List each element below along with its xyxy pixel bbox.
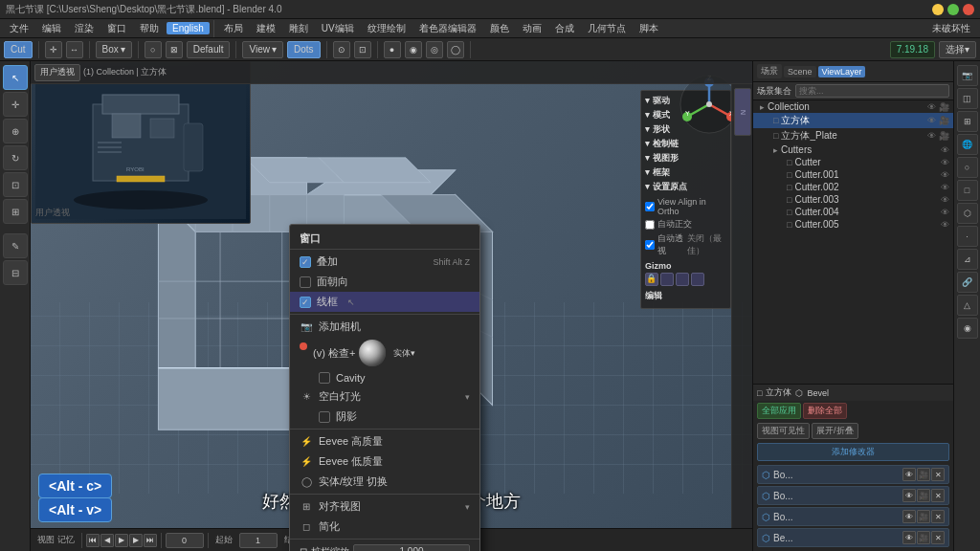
oi-eye-collection[interactable]: 👁 (927, 102, 936, 112)
tool-move[interactable]: ⊕ (3, 119, 28, 143)
mod-btn-cam[interactable]: 🎥 (917, 468, 930, 481)
add-modifier-button[interactable]: 添加修改器 (757, 443, 949, 461)
rs-output[interactable]: ◫ (957, 88, 978, 109)
outliner-item-cutter[interactable]: □ Cutter 👁 (753, 156, 953, 168)
mod-btn-x-2[interactable]: ✕ (931, 489, 945, 502)
rs-view-layer[interactable]: ⊞ (957, 111, 978, 132)
oi-eye-cutters[interactable]: 👁 (941, 145, 949, 155)
rs-particles[interactable]: · (957, 226, 978, 247)
cm-check-face[interactable] (300, 276, 311, 288)
cm-item-face-orient[interactable]: 面朝向 (290, 272, 479, 292)
outliner-item-cutter003[interactable]: □ Cutter.003 👁 (753, 193, 953, 206)
menu-edit[interactable]: 编辑 (36, 21, 67, 36)
oi-eye-cutter[interactable]: 👁 (941, 158, 949, 167)
mod-btn-eye[interactable]: 👁 (902, 468, 916, 481)
props-tab-scene[interactable]: 场景 (757, 64, 782, 78)
open-close-button[interactable]: 展开/折叠 (812, 423, 858, 439)
shading-solid[interactable]: ● (384, 41, 401, 58)
rs-render[interactable]: 📷 (957, 65, 978, 86)
oi-eye-cutter003[interactable]: 👁 (941, 195, 949, 205)
menu-nondestructive[interactable]: 未破坏性 (926, 21, 976, 36)
cm-item-shadows[interactable]: 阴影 (290, 407, 479, 427)
cm-item-eevee-hi[interactable]: ⚡ Eevee 高质量 (290, 431, 479, 452)
start-frame-val[interactable]: 1 (239, 533, 278, 548)
cm-grid-scale-value[interactable]: 1.000 (353, 544, 470, 551)
oi-cam-cube[interactable]: 🎥 (939, 116, 949, 125)
outliner-item-cutter005[interactable]: □ Cutter.005 👁 (753, 218, 953, 231)
remove-all-button[interactable]: 删除全部 (803, 403, 847, 419)
menu-help[interactable]: 帮助 (134, 21, 165, 36)
tool-scale[interactable]: ⊡ (3, 172, 28, 197)
menu-scripting[interactable]: 脚本 (634, 21, 664, 36)
proportional-icon[interactable]: ○ (145, 41, 162, 58)
skip-start-btn[interactable]: ⏮ (86, 534, 100, 547)
menu-file[interactable]: 文件 (4, 21, 34, 36)
xray-toggle[interactable]: ⊡ (354, 41, 371, 58)
outliner-item-cutter004[interactable]: □ Cutter.004 👁 (753, 206, 953, 218)
modifier-bo-3[interactable]: ⬡ Bo... 👁 🎥 ✕ (757, 507, 949, 526)
maximize-button[interactable] (947, 4, 959, 15)
snap-icon[interactable]: ⊠ (166, 41, 183, 58)
cm-item-overlay[interactable]: ✓ 叠加 Shift Alt Z (290, 252, 479, 272)
cursor-icon[interactable]: ✛ (45, 41, 62, 58)
rs-constraints[interactable]: 🔗 (957, 272, 978, 293)
3d-viewport[interactable]: 用户透视 (1) Collection | 立方体 (31, 61, 752, 551)
overlay-dots[interactable]: Dots (287, 41, 321, 58)
menu-uv[interactable]: UV编辑 (316, 21, 360, 36)
modifier-bo-1[interactable]: ⬡ Bo... 👁 🎥 ✕ (757, 465, 949, 484)
cm-item-simplify[interactable]: ◻ 简化 (290, 517, 479, 537)
tool-cut[interactable]: Cut (4, 41, 33, 58)
close-button[interactable] (963, 4, 974, 15)
mod-btn-x[interactable]: ✕ (931, 468, 945, 481)
gizmo-btn-3[interactable] (676, 273, 689, 286)
view-align-ortho-check[interactable] (645, 202, 655, 211)
cm-item-eevee-lo[interactable]: ⚡ Eevee 低质量 (290, 452, 479, 472)
cm-check-wireframe[interactable]: ✓ (300, 297, 311, 308)
props-tab-viewlayer[interactable]: ViewLayer (818, 66, 866, 77)
context-menu[interactable]: 窗口 ✓ 叠加 Shift Alt Z 面朝向 ✓ 线框 ↖ 📷 (289, 224, 480, 551)
menu-modeling[interactable]: 建模 (251, 21, 281, 36)
tool-cursor[interactable]: ✛ (3, 92, 28, 117)
menu-window[interactable]: 窗口 (101, 21, 132, 36)
pivot-point[interactable]: Default (187, 41, 231, 58)
cm-item-cavity[interactable]: Cavity (290, 369, 479, 386)
cm-item-wireframe[interactable]: ✓ 线框 ↖ (290, 292, 479, 312)
mod-btn-x-3[interactable]: ✕ (931, 510, 945, 523)
outliner-item-cutter001[interactable]: □ Cutter.001 👁 (753, 168, 953, 181)
select-button[interactable]: 选择▾ (939, 41, 976, 58)
cm-shading-solid[interactable]: 实体▾ (393, 347, 415, 360)
mod-btn-eye-be[interactable]: 👁 (902, 531, 916, 544)
menu-color[interactable]: 颜色 (484, 21, 515, 36)
outliner-item-cutters[interactable]: ▸ Cutters 👁 (753, 143, 953, 156)
outliner-item-cube[interactable]: □ 立方体 👁 🎥 (753, 113, 953, 128)
outliner-item-collection[interactable]: ▸ Collection 👁 🎥 (753, 100, 953, 113)
gizmo-btn-4[interactable] (691, 273, 704, 286)
rs-scene[interactable]: 🌐 (957, 134, 978, 155)
mod-btn-cam-3[interactable]: 🎥 (917, 510, 930, 523)
menu-compositing[interactable]: 合成 (549, 21, 580, 36)
cm-check-cavity[interactable] (319, 372, 330, 384)
tool-select[interactable]: ↖ (3, 65, 28, 90)
gizmo-btn-1[interactable]: 🔒 (645, 273, 658, 286)
outliner-search[interactable] (795, 84, 949, 98)
tool-transform[interactable]: ⊞ (3, 199, 28, 224)
tool-measure[interactable]: ⊟ (3, 260, 28, 285)
oi-eye-cutter001[interactable]: 👁 (941, 170, 949, 180)
oi-eye-cube[interactable]: 👁 (927, 116, 936, 125)
cm-item-add-camera[interactable]: 📷 添加相机 (290, 317, 479, 337)
oi-eye-plate[interactable]: 👁 (927, 131, 936, 141)
modifier-be[interactable]: ⬡ Be... 👁 🎥 ✕ (757, 528, 949, 547)
rs-object[interactable]: □ (957, 180, 978, 201)
menu-texture-paint[interactable]: 纹理绘制 (362, 21, 412, 36)
mod-btn-x-be[interactable]: ✕ (931, 531, 945, 544)
tool-annotate[interactable]: ✎ (3, 233, 28, 258)
auto-persp-check[interactable] (645, 240, 655, 250)
menu-sculpt[interactable]: 雕刻 (283, 21, 314, 36)
rs-physics[interactable]: ⊿ (957, 249, 978, 270)
rs-modifier[interactable]: ⬡ (957, 203, 978, 224)
rs-material[interactable]: ◉ (957, 318, 978, 339)
shading-rendered[interactable]: ◎ (426, 41, 443, 58)
menu-geometry-nodes[interactable]: 几何节点 (582, 21, 632, 36)
tool-rotate[interactable]: ↻ (3, 145, 28, 170)
rs-world[interactable]: ○ (957, 157, 978, 178)
